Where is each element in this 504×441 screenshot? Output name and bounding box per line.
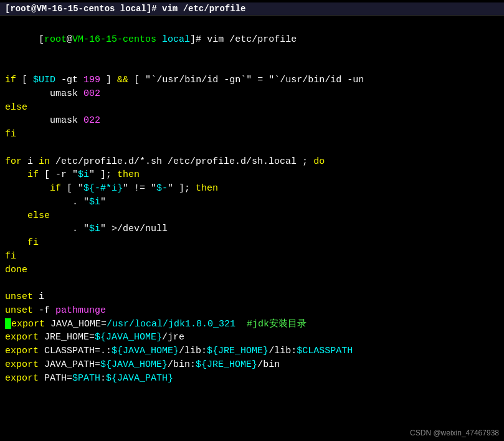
line-dot2: . "$i" >/dev/null	[5, 222, 499, 236]
title-text: [root@VM-16-15-centos local]# vim /etc/p…	[5, 4, 245, 14]
line-if2: if [ -r "$i" ]; then	[5, 168, 499, 182]
line-done1: done	[5, 263, 499, 277]
line-dot1: . "$i"	[5, 196, 499, 209]
cursor-block	[5, 318, 11, 329]
line-if1: if [ $UID -gt 199 ] && [ "`/usr/bin/id -…	[5, 74, 499, 87]
line-fi3: fi	[5, 250, 499, 263]
line-export3: export CLASSPATH=.:${JAVA_HOME}/lib:${JR…	[5, 344, 499, 358]
line-for1: for i in /etc/profile.d/*.sh /etc/profil…	[5, 155, 499, 169]
line-export5: export PATH=$PATH:${JAVA_PATH}	[5, 372, 499, 386]
line-prompt: [root@VM-16-15-centos local]# vim /etc/p…	[5, 19, 499, 60]
line-fi2: fi	[5, 236, 499, 250]
line-export1: export JAVA_HOME=/usr/local/jdk1.8.0_321…	[5, 318, 499, 331]
line-blank3	[5, 277, 499, 290]
line-umask1: umask 002	[5, 87, 499, 101]
line-if3: if [ "${-#*i}" != "$-" ]; then	[5, 182, 499, 196]
line-else1: else	[5, 101, 499, 115]
line-blank1	[5, 60, 499, 74]
line-umask2: umask 022	[5, 114, 499, 128]
terminal-body[interactable]: [root@VM-16-15-centos local]# vim /etc/p…	[0, 16, 504, 389]
line-else2: else	[5, 209, 499, 223]
watermark: CSDN @weixin_47467938	[410, 429, 499, 437]
title-bar: [root@VM-16-15-centos local]# vim /etc/p…	[0, 2, 504, 16]
line-export4: export JAVA_PATH=${JAVA_HOME}/bin:${JRE_…	[5, 358, 499, 372]
line-fi1: fi	[5, 128, 499, 141]
line-unset2: unset -f pathmunge	[5, 304, 499, 318]
line-blank2	[5, 141, 499, 155]
line-unset1: unset i	[5, 290, 499, 304]
line-export2: export JRE_HOME=${JAVA_HOME}/jre	[5, 331, 499, 344]
terminal-window: [root@VM-16-15-centos local]# vim /etc/p…	[0, 0, 504, 441]
